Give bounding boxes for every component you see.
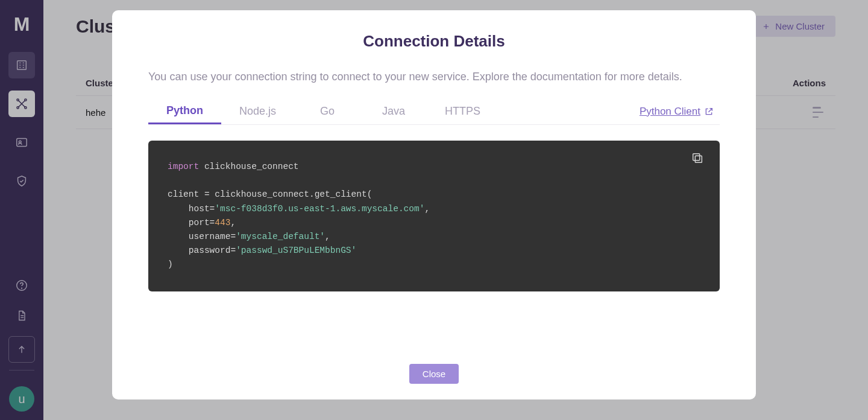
tab-go[interactable]: Go <box>294 98 360 124</box>
tab-https[interactable]: HTTPS <box>427 98 498 124</box>
external-link-icon <box>704 107 714 116</box>
modal-subtitle: You can use your connection string to co… <box>148 69 720 85</box>
close-button[interactable]: Close <box>409 364 459 384</box>
tab-python[interactable]: Python <box>148 98 221 124</box>
modal-title: Connection Details <box>133 32 735 51</box>
copy-button[interactable] <box>691 151 708 168</box>
code-snippet: import clickhouse_connect client = click… <box>148 141 720 291</box>
connection-details-modal: Connection Details You can use your conn… <box>112 10 756 399</box>
svg-rect-9 <box>695 156 702 162</box>
python-client-doc-link[interactable]: Python Client <box>640 106 720 118</box>
doc-link-label: Python Client <box>640 106 700 118</box>
tab-nodejs[interactable]: Node.js <box>221 98 294 124</box>
copy-icon <box>691 151 704 165</box>
tab-java[interactable]: Java <box>360 98 427 124</box>
tabs: Python Node.js Go Java HTTPS Python Clie… <box>148 98 720 125</box>
svg-rect-10 <box>693 154 700 161</box>
